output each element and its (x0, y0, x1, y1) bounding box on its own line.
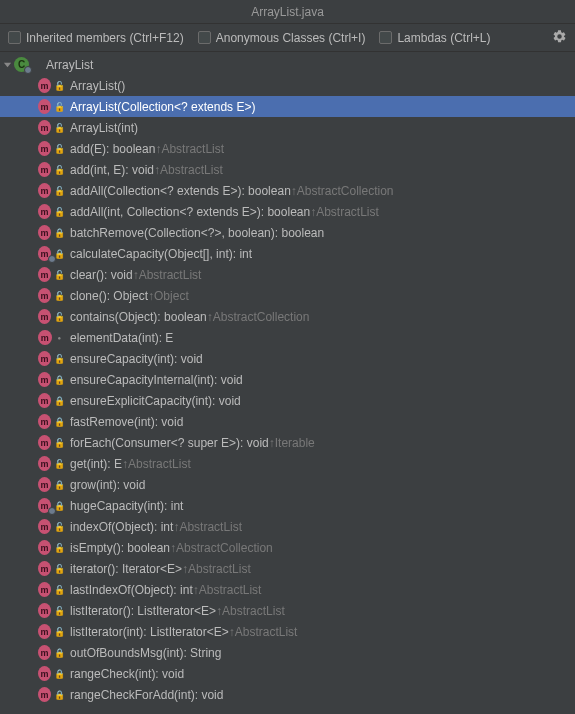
chevron-down-icon[interactable] (2, 60, 12, 70)
inherited-from: ↑AbstractList (310, 205, 379, 219)
unlock-icon: 🔓 (55, 354, 63, 364)
method-badge-wrap: m🔓 (38, 204, 65, 219)
member-row[interactable]: m🔓ArrayList(int) (0, 117, 575, 138)
unlock-icon: 🔓 (55, 81, 63, 91)
unlock-icon: 🔓 (55, 438, 63, 448)
method-badge-wrap: m🔓 (38, 435, 65, 450)
unlock-icon: 🔓 (55, 564, 63, 574)
inherited-from: ↑Iterable (269, 436, 315, 450)
checkbox-icon (379, 31, 392, 44)
member-row[interactable]: m🔓ensureCapacity(int): void (0, 348, 575, 369)
member-row[interactable]: m🔒grow(int): void (0, 474, 575, 495)
inherited-checkbox-row[interactable]: Inherited members (Ctrl+F12) (8, 31, 184, 45)
unlock-icon: 🔓 (55, 144, 63, 154)
inherited-from: ↑AbstractList (133, 268, 202, 282)
member-row[interactable]: m🔒rangeCheckForAdd(int): void (0, 684, 575, 705)
member-row[interactable]: m🔓ArrayList() (0, 75, 575, 96)
method-icon: m (38, 288, 51, 303)
method-icon: m (38, 162, 51, 177)
member-row[interactable]: m🔓contains(Object): boolean ↑AbstractCol… (0, 306, 575, 327)
method-icon: m (38, 204, 51, 219)
member-row[interactable]: m🔓lastIndexOf(Object): int ↑AbstractList (0, 579, 575, 600)
method-badge-wrap: m🔒 (38, 645, 65, 660)
member-row[interactable]: m🔓ArrayList(Collection<? extends E>) (0, 96, 575, 117)
method-icon: m (38, 519, 51, 534)
method-icon: m (38, 561, 51, 576)
member-signature: ensureCapacity(int): void (70, 352, 203, 366)
lock-icon: 🔒 (55, 480, 63, 490)
class-badge-wrap: C (14, 57, 41, 72)
method-badge-wrap: m🔓 (38, 582, 65, 597)
anonymous-label: Anonymous Classes (Ctrl+I) (216, 31, 366, 45)
class-row[interactable]: C ArrayList (0, 54, 575, 75)
member-signature: ArrayList(int) (70, 121, 138, 135)
member-row[interactable]: m🔓addAll(Collection<? extends E>): boole… (0, 180, 575, 201)
inherited-from: ↑AbstractList (154, 163, 223, 177)
member-signature: ensureCapacityInternal(int): void (70, 373, 243, 387)
method-badge-wrap: m🔓 (38, 141, 65, 156)
member-signature: lastIndexOf(Object): int (70, 583, 193, 597)
member-row[interactable]: m🔒ensureCapacityInternal(int): void (0, 369, 575, 390)
inherited-from: ↑AbstractCollection (291, 184, 394, 198)
member-signature: indexOf(Object): int (70, 520, 173, 534)
member-signature: ArrayList(Collection<? extends E>) (70, 100, 255, 114)
member-signature: clone(): Object (70, 289, 148, 303)
method-badge-wrap: m🔒 (38, 687, 65, 702)
member-signature: ArrayList() (70, 79, 125, 93)
member-signature: rangeCheck(int): void (70, 667, 184, 681)
member-signature: addAll(Collection<? extends E>): boolean (70, 184, 291, 198)
member-row[interactable]: m🔒calculateCapacity(Object[], int): int (0, 243, 575, 264)
unlock-icon: 🔓 (55, 312, 63, 322)
member-row[interactable]: m🔓clone(): Object ↑Object (0, 285, 575, 306)
static-overlay-icon (48, 255, 56, 263)
method-badge-wrap: m🔒 (38, 393, 65, 408)
member-row[interactable]: m🔒fastRemove(int): void (0, 411, 575, 432)
class-name-label: ArrayList (46, 58, 93, 72)
method-badge-wrap: m🔓 (38, 99, 65, 114)
member-row[interactable]: m🔓indexOf(Object): int ↑AbstractList (0, 516, 575, 537)
member-row[interactable]: m🔓get(int): E ↑AbstractList (0, 453, 575, 474)
member-row[interactable]: m🔒rangeCheck(int): void (0, 663, 575, 684)
member-row[interactable]: m🔒hugeCapacity(int): int (0, 495, 575, 516)
gear-icon[interactable] (552, 29, 567, 47)
inherited-from: ↑Object (148, 289, 189, 303)
member-row[interactable]: m🔓iterator(): Iterator<E> ↑AbstractList (0, 558, 575, 579)
unlock-icon: 🔓 (55, 585, 63, 595)
method-icon: m (38, 477, 51, 492)
lambdas-checkbox-row[interactable]: Lambdas (Ctrl+L) (379, 31, 490, 45)
member-row[interactable]: m🔒batchRemove(Collection<?>, boolean): b… (0, 222, 575, 243)
member-row[interactable]: m●elementData(int): E (0, 327, 575, 348)
anonymous-checkbox-row[interactable]: Anonymous Classes (Ctrl+I) (198, 31, 366, 45)
member-signature: calculateCapacity(Object[], int): int (70, 247, 252, 261)
method-badge-wrap: m🔓 (38, 78, 65, 93)
member-row[interactable]: m🔒outOfBoundsMsg(int): String (0, 642, 575, 663)
method-badge-wrap: m🔓 (38, 519, 65, 534)
member-row[interactable]: m🔓addAll(int, Collection<? extends E>): … (0, 201, 575, 222)
member-signature: get(int): E (70, 457, 122, 471)
method-icon: m (38, 666, 51, 681)
method-icon: m (38, 393, 51, 408)
member-row[interactable]: m🔒ensureExplicitCapacity(int): void (0, 390, 575, 411)
member-row[interactable]: m🔓forEach(Consumer<? super E>): void ↑It… (0, 432, 575, 453)
method-badge-wrap: m🔓 (38, 603, 65, 618)
member-row[interactable]: m🔓clear(): void ↑AbstractList (0, 264, 575, 285)
unlock-icon: 🔓 (55, 165, 63, 175)
inherited-label: Inherited members (Ctrl+F12) (26, 31, 184, 45)
member-row[interactable]: m🔓add(int, E): void ↑AbstractList (0, 159, 575, 180)
member-signature: contains(Object): boolean (70, 310, 207, 324)
member-signature: outOfBoundsMsg(int): String (70, 646, 221, 660)
lambdas-label: Lambdas (Ctrl+L) (397, 31, 490, 45)
method-badge-wrap: m🔓 (38, 624, 65, 639)
lock-icon: 🔒 (55, 396, 63, 406)
method-badge-wrap: m🔓 (38, 351, 65, 366)
method-icon: m (38, 645, 51, 660)
member-row[interactable]: m🔓add(E): boolean ↑AbstractList (0, 138, 575, 159)
member-signature: fastRemove(int): void (70, 415, 183, 429)
method-icon: m (38, 330, 52, 345)
member-signature: add(E): boolean (70, 142, 155, 156)
member-row[interactable]: m🔓listIterator(int): ListIterator<E> ↑Ab… (0, 621, 575, 642)
member-row[interactable]: m🔓isEmpty(): boolean ↑AbstractCollection (0, 537, 575, 558)
member-row[interactable]: m🔓listIterator(): ListIterator<E> ↑Abstr… (0, 600, 575, 621)
unlock-icon: 🔓 (55, 207, 63, 217)
lock-icon: 🔒 (55, 501, 63, 511)
